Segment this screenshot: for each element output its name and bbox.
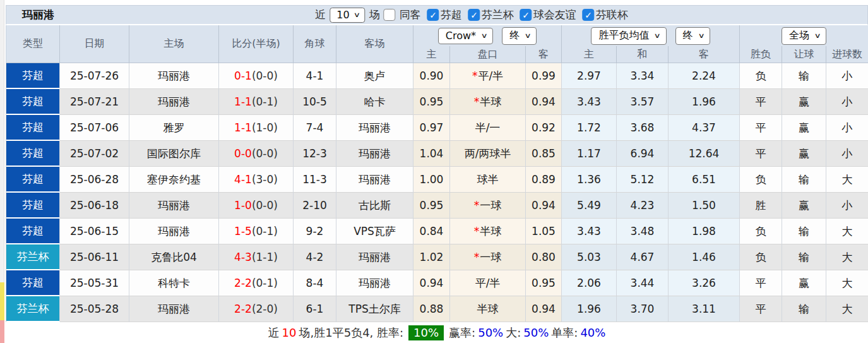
cell-league-type: 芬兰杯 (6, 244, 60, 270)
table-row: 芬超25-06-18玛丽港1-0(0-0)2-10古比斯0.95*一球0.945… (6, 193, 868, 219)
header-type: 类型 (6, 25, 60, 63)
cell-score: 2-2(2-0) (219, 296, 294, 322)
cell-odds-home: 0.95 (413, 89, 450, 115)
cell-handicap: 两/两球半 (450, 141, 526, 167)
cell-odds-away: 0.94 (526, 296, 562, 322)
cell-league-type: 芬超 (6, 115, 60, 141)
cell-handicap-result: 赢 (782, 89, 826, 115)
avg-time-select-value: 终 (683, 29, 693, 42)
cell-away-team: TPS土尔库 (336, 296, 413, 322)
cell-away-team: 玛丽港 (336, 115, 413, 141)
cell-date: 25-07-06 (60, 115, 129, 141)
odds-time-select[interactable]: 终 ∨ (502, 27, 537, 45)
cell-handicap-result: 输 (782, 296, 826, 322)
cell-avg-away: 1.50 (669, 193, 740, 219)
cell-handicap-result: 输 (782, 244, 826, 270)
cell-odds-home: 1.00 (413, 167, 450, 193)
header-avg-home: 主 (562, 46, 617, 63)
avg-type-select[interactable]: 胜平负均值 ∨ (591, 27, 666, 45)
header-score: 比分(半场) (219, 25, 294, 63)
league-label: 芬联杯 (596, 8, 628, 22)
cell-home-team: 雅罗 (129, 115, 219, 141)
bookmaker-select[interactable]: Crow* ∨ (438, 28, 493, 44)
cell-corners: 12-3 (294, 141, 336, 167)
cell-home-team: 玛丽港 (129, 296, 219, 322)
team-title: 玛丽港 (6, 8, 54, 22)
league-filter-item: ✓ 球会友谊 (520, 8, 576, 22)
win-rate-badge: 10% (408, 325, 444, 340)
cell-avg-draw: 3.70 (617, 296, 669, 322)
header-avg-away: 客 (669, 46, 740, 63)
odds-time-select-value: 终 (509, 29, 520, 42)
cell-avg-away: 12.64 (669, 141, 740, 167)
recent-count-select[interactable]: 10 ∨ (330, 8, 365, 23)
cell-league-type: 芬超 (6, 219, 60, 244)
cell-avg-draw: 3.57 (617, 89, 669, 115)
chevron-down-icon: ∨ (698, 32, 705, 40)
cell-odds-away: 0.99 (526, 63, 562, 89)
cell-corners: 9-2 (294, 219, 336, 244)
cell-odds-away: 0.94 (526, 193, 562, 219)
cell-odds-home: 0.84 (413, 219, 450, 244)
cell-score: 1-1(1-0) (219, 115, 294, 141)
summary-count: 10 (282, 326, 297, 339)
scope-select[interactable]: 全场 ∨ (782, 27, 826, 45)
chevron-down-icon: ∨ (814, 32, 821, 40)
cell-avg-home: 2.97 (562, 63, 617, 89)
cell-score: 0-0(0-0) (219, 141, 294, 167)
odds-header-group: Crow* ∨ 终 ∨ (413, 25, 562, 46)
cell-odds-home: 0.94 (413, 270, 450, 296)
cell-handicap-result: 输 (782, 167, 826, 193)
cell-date: 25-06-11 (60, 244, 129, 270)
cell-home-team: 国际图尔库 (129, 141, 219, 167)
cell-avg-home: 1.17 (562, 141, 617, 167)
header-avg-draw: 和 (617, 46, 669, 63)
cell-away-team: 玛丽港 (336, 244, 413, 270)
bookmaker-select-value: Crow* (446, 30, 476, 42)
cell-date: 25-07-21 (60, 89, 129, 115)
cell-avg-home: 1.72 (562, 115, 617, 141)
avg-time-select[interactable]: 终 ∨ (675, 27, 710, 45)
table-row: 芬超25-07-26玛丽港0-1(0-0)4-1奥卢0.90*平/半0.992.… (6, 63, 868, 89)
cell-odds-away: 1.05 (526, 219, 562, 244)
summary-prefix: 近 (268, 325, 280, 340)
cell-goals-result: 大 (826, 244, 868, 270)
table-row: 芬超25-07-21玛丽港1-1(0-1)10-5哈卡0.95*半球0.943.… (6, 89, 868, 115)
cell-league-type: 芬超 (6, 167, 60, 193)
cell-date: 25-06-18 (60, 193, 129, 219)
league-checkbox-fincup0[interactable]: ✓ (427, 9, 439, 21)
table-row: 芬兰杯25-05-28玛丽港2-2(2-0)6-1TPS土尔库0.88半球0.9… (6, 296, 868, 322)
cell-result: 负 (740, 63, 782, 89)
header-away: 客场 (336, 25, 413, 63)
match-stats-panel: 玛丽港 近 10 ∨ 场 同客 ✓ 芬超 ✓ 芬兰杯 (0, 0, 868, 343)
cell-avg-draw: 3.44 (617, 270, 669, 296)
cell-handicap: 球半 (450, 167, 526, 193)
cell-league-type: 芬超 (6, 193, 60, 219)
cell-home-team: 塞伊奈约基 (129, 167, 219, 193)
stat3-label: 单率: (551, 325, 578, 340)
left-strip-red-segment (0, 320, 4, 343)
league-checkbox-fincup1[interactable]: ✓ (468, 9, 480, 21)
cell-result: 平 (740, 141, 782, 167)
cell-result: 平 (740, 115, 782, 141)
cell-goals-result: 小 (826, 89, 868, 115)
filter-controls: 近 10 ∨ 场 同客 ✓ 芬超 ✓ 芬兰杯 ✓ 球会友谊 (315, 8, 627, 23)
table-body: 芬超25-07-26玛丽港0-1(0-0)4-1奥卢0.90*平/半0.992.… (6, 63, 868, 322)
cell-odds-away: 0.89 (526, 167, 562, 193)
summary-record: 场,胜1平5负4, 胜率: (299, 325, 404, 340)
cell-result: 平 (740, 270, 782, 296)
league-filter-item: ✓ 芬超 (427, 8, 462, 22)
header-handicap-result: 让球 (782, 46, 826, 63)
same-venue-label: 同客 (400, 8, 421, 22)
cell-avg-home: 3.43 (562, 89, 617, 115)
same-venue-checkbox[interactable] (384, 9, 396, 21)
cell-odds-away: 0.95 (526, 270, 562, 296)
cell-avg-draw: 5.12 (617, 167, 669, 193)
chevron-down-icon: ∨ (354, 11, 360, 19)
cell-score: 2-2(0-1) (219, 270, 294, 296)
league-checkbox-finleague[interactable]: ✓ (583, 9, 595, 21)
league-checkbox-friendly[interactable]: ✓ (520, 9, 532, 21)
cell-odds-away: 0.94 (526, 89, 562, 115)
cell-avg-draw: 4.23 (617, 193, 669, 219)
cell-handicap: *一球 (450, 193, 526, 219)
